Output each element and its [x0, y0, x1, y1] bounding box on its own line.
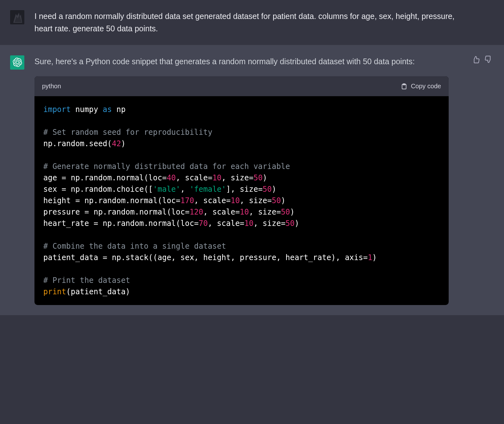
- feedback-icons: [472, 55, 493, 64]
- code-token: ): [290, 208, 294, 216]
- code-token: np: [112, 105, 126, 114]
- thumbs-down-button[interactable]: [484, 55, 493, 64]
- code-token: 10: [212, 173, 222, 182]
- code-token: 50: [281, 208, 290, 216]
- code-token: , scale=: [176, 173, 212, 182]
- code-token: patient_data = np.stack((age, sex, heigh…: [43, 253, 368, 262]
- code-token: # Combine the data into a single dataset: [43, 242, 226, 251]
- code-token: (patient_data): [66, 287, 130, 296]
- code-token: numpy: [71, 105, 103, 114]
- code-token: , scale=: [203, 208, 240, 216]
- assistant-avatar: [10, 55, 24, 70]
- code-body[interactable]: import numpy as np # Set random seed for…: [34, 96, 449, 305]
- code-token: heart_rate = np.random.normal(loc=: [43, 219, 199, 228]
- code-token: # Set random seed for reproducibility: [43, 128, 212, 137]
- code-token: 70: [199, 219, 208, 228]
- code-token: ): [263, 173, 267, 182]
- code-block: python Copy code import numpy as np # Se…: [34, 76, 449, 305]
- code-token: 'female': [189, 185, 226, 194]
- code-token: 'male': [153, 185, 181, 194]
- code-token: , size=: [222, 173, 254, 182]
- code-token: as: [103, 105, 112, 114]
- thumbs-up-icon: [472, 55, 480, 64]
- code-token: ,: [180, 185, 189, 194]
- copy-code-button[interactable]: Copy code: [401, 81, 441, 91]
- openai-logo-icon: [13, 58, 22, 67]
- code-token: 10: [230, 196, 240, 205]
- code-token: 40: [167, 173, 176, 182]
- code-token: 50: [286, 219, 295, 228]
- thumbs-down-icon: [484, 55, 493, 64]
- assistant-message-content: Sure, here's a Python code snippet that …: [34, 55, 494, 305]
- code-token: import: [43, 105, 71, 114]
- code-token: 170: [180, 196, 194, 205]
- code-token: 1: [368, 253, 372, 262]
- assistant-intro-text: Sure, here's a Python code snippet that …: [34, 55, 456, 68]
- code-token: print: [43, 287, 66, 296]
- code-token: 10: [240, 208, 249, 216]
- code-token: height = np.random.normal(loc=: [43, 196, 180, 205]
- code-token: # Generate normally distributed data for…: [43, 162, 290, 171]
- code-token: ], size=: [226, 185, 263, 194]
- code-token: ): [372, 253, 377, 262]
- code-token: 50: [272, 196, 281, 205]
- code-token: ): [295, 219, 299, 228]
- code-token: ): [272, 185, 276, 194]
- code-token: ): [121, 139, 126, 148]
- code-token: , size=: [254, 219, 286, 228]
- code-token: # Print the dataset: [43, 276, 130, 285]
- user-avatar-image: [10, 10, 24, 24]
- copy-code-label: Copy code: [411, 81, 441, 91]
- code-token: , size=: [249, 208, 281, 216]
- code-token: , size=: [240, 196, 272, 205]
- clipboard-icon: [401, 83, 408, 90]
- user-message-row: I need a random normally distributed dat…: [0, 0, 504, 45]
- user-avatar: [10, 10, 24, 24]
- code-token: ): [281, 196, 285, 205]
- code-language-label: python: [42, 81, 61, 91]
- code-token: 50: [263, 185, 272, 194]
- code-token: age = np.random.normal(loc=: [43, 173, 167, 182]
- code-header: python Copy code: [34, 76, 449, 96]
- code-token: , scale=: [194, 196, 231, 205]
- code-token: 50: [254, 173, 263, 182]
- code-token: 10: [244, 219, 254, 228]
- assistant-message-row: Sure, here's a Python code snippet that …: [0, 45, 504, 315]
- code-token: 42: [112, 139, 121, 148]
- code-token: 120: [189, 208, 203, 216]
- code-token: pressure = np.random.normal(loc=: [43, 208, 189, 216]
- thumbs-up-button[interactable]: [472, 55, 480, 64]
- user-message-text: I need a random normally distributed dat…: [34, 10, 494, 35]
- code-token: , scale=: [208, 219, 244, 228]
- code-token: sex = np.random.choice([: [43, 185, 153, 194]
- code-token: np.random.seed(: [43, 139, 112, 148]
